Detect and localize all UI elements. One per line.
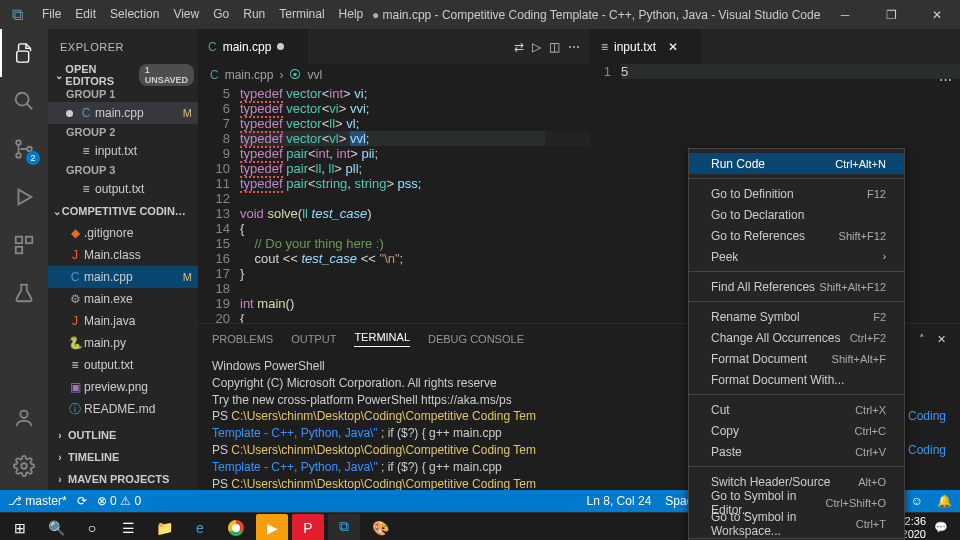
svg-rect-6 — [26, 237, 32, 243]
menu-file[interactable]: File — [35, 0, 68, 29]
maximize-button[interactable]: ❐ — [868, 0, 914, 29]
ctx-peek[interactable]: Peek› — [689, 246, 904, 267]
open-editor-maincpp[interactable]: Cmain.cppM — [48, 102, 198, 124]
ctx-go-definition[interactable]: Go to DefinitionF12 — [689, 183, 904, 204]
open-editor-output[interactable]: ≡output.txt — [48, 178, 198, 200]
search-taskbar-icon[interactable]: 🔍 — [40, 514, 72, 541]
maximize-panel-icon[interactable]: ˄ — [919, 333, 925, 346]
start-button[interactable]: ⊞ — [4, 514, 36, 541]
menu-edit[interactable]: Edit — [68, 0, 103, 29]
svg-rect-7 — [16, 247, 22, 253]
terminal-tab-output[interactable]: OUTPUT — [291, 333, 336, 345]
tab-maincpp[interactable]: Cmain.cpp — [198, 29, 308, 64]
titlebar: ⧉ File Edit Selection View Go Run Termin… — [0, 0, 960, 29]
extensions-icon[interactable] — [0, 221, 48, 269]
group-2: GROUP 2 — [48, 124, 198, 140]
terminal-tab-problems[interactable]: PROBLEMS — [212, 333, 273, 345]
group-3: GROUP 3 — [48, 162, 198, 178]
run-debug-icon[interactable] — [0, 173, 48, 221]
file-mainpy[interactable]: 🐍main.py — [48, 332, 198, 354]
compare-icon[interactable]: ⇄ — [514, 40, 524, 54]
ctx-go-declaration[interactable]: Go to Declaration — [689, 204, 904, 225]
vscode-taskbar-icon[interactable]: ⧉ — [328, 514, 360, 541]
maven-section[interactable]: ›MAVEN PROJECTS — [48, 468, 198, 490]
context-menu: Run CodeCtrl+Alt+N Go to DefinitionF12 G… — [688, 148, 905, 540]
tabbar-left: Cmain.cpp ⇄ ▷ ◫ ⋯ — [198, 29, 590, 64]
menu-view[interactable]: View — [166, 0, 206, 29]
file-mainexe[interactable]: ⚙main.exe — [48, 288, 198, 310]
project-section[interactable]: ⌄COMPETITIVE CODING TEMPLATE - C+... — [48, 200, 198, 222]
ctx-go-references[interactable]: Go to ReferencesShift+F12 — [689, 225, 904, 246]
ctx-run-code[interactable]: Run CodeCtrl+Alt+N — [689, 153, 904, 174]
menu-help[interactable]: Help — [332, 0, 371, 29]
svg-point-8 — [20, 411, 27, 418]
menu-run[interactable]: Run — [236, 0, 272, 29]
explorer-icon[interactable] — [0, 29, 48, 77]
close-panel-icon[interactable]: ✕ — [937, 333, 946, 346]
minimap[interactable] — [545, 86, 590, 323]
ctx-find-references[interactable]: Find All ReferencesShift+Alt+F12 — [689, 276, 904, 297]
ctx-format[interactable]: Format DocumentShift+Alt+F — [689, 348, 904, 369]
open-editors-section[interactable]: ⌄OPEN EDITORS1 UNSAVED — [48, 64, 198, 86]
status-bell-icon[interactable]: 🔔 — [937, 494, 952, 508]
activity-bar: 2 — [0, 29, 48, 490]
accounts-icon[interactable] — [0, 394, 48, 442]
menu-terminal[interactable]: Terminal — [272, 0, 331, 29]
chrome-icon[interactable] — [220, 514, 252, 541]
breadcrumb[interactable]: Cmain.cpp›⦿vvl — [198, 64, 590, 86]
file-outputtxt[interactable]: ≡output.txt — [48, 354, 198, 376]
ctx-change-all[interactable]: Change All OccurrencesCtrl+F2 — [689, 327, 904, 348]
timeline-section[interactable]: ›TIMELINE — [48, 446, 198, 468]
wps-icon[interactable]: P — [292, 514, 324, 541]
terminal-tab-terminal[interactable]: TERMINAL — [354, 331, 410, 347]
close-button[interactable]: ✕ — [914, 0, 960, 29]
menu-selection[interactable]: Selection — [103, 0, 166, 29]
status-feedback-icon[interactable]: ☺ — [911, 494, 923, 508]
explorer-sidebar: EXPLORER ⌄OPEN EDITORS1 UNSAVED GROUP 1 … — [48, 29, 198, 490]
file-mainjava[interactable]: JMain.java — [48, 310, 198, 332]
file-preview[interactable]: ▣preview.png — [48, 376, 198, 398]
code-editor[interactable]: 56789101112131415161718192021222324 type… — [198, 86, 590, 323]
file-maincpp[interactable]: Cmain.cppM — [48, 266, 198, 288]
ctx-format-with[interactable]: Format Document With... — [689, 369, 904, 390]
file-readme[interactable]: ⓘREADME.md — [48, 398, 198, 420]
outline-section[interactable]: ›OUTLINE — [48, 424, 198, 446]
minimize-button[interactable]: ─ — [822, 0, 868, 29]
file-gitignore[interactable]: ◆.gitignore — [48, 222, 198, 244]
svg-point-9 — [21, 463, 27, 469]
test-icon[interactable] — [0, 269, 48, 317]
file-mainclass[interactable]: JMain.class — [48, 244, 198, 266]
search-icon[interactable] — [0, 77, 48, 125]
close-tab-icon[interactable]: ✕ — [668, 40, 678, 54]
status-lncol[interactable]: Ln 8, Col 24 — [587, 494, 652, 508]
source-control-icon[interactable]: 2 — [0, 125, 48, 173]
taskview-icon[interactable]: ☰ — [112, 514, 144, 541]
more-icon[interactable]: ⋯ — [568, 40, 580, 54]
app-icon-1[interactable]: ▶ — [256, 514, 288, 541]
ctx-rename[interactable]: Rename SymbolF2 — [689, 306, 904, 327]
tabbar-right: ≡input.txt✕ — [591, 29, 960, 64]
ctx-copy[interactable]: CopyCtrl+C — [689, 420, 904, 441]
gutter-right: 1 — [591, 64, 621, 323]
tab-input[interactable]: ≡input.txt✕ — [591, 29, 701, 64]
ctx-symbol-workspace[interactable]: Go to Symbol in Workspace...Ctrl+T — [689, 513, 904, 534]
open-editor-input[interactable]: ≡input.txt — [48, 140, 198, 162]
notifications-icon[interactable]: 💬 — [934, 521, 948, 534]
split-icon[interactable]: ◫ — [549, 40, 560, 54]
edge-icon[interactable]: e — [184, 514, 216, 541]
cortana-icon[interactable]: ○ — [76, 514, 108, 541]
menu-go[interactable]: Go — [206, 0, 236, 29]
terminal-tab-debug[interactable]: DEBUG CONSOLE — [428, 333, 524, 345]
ctx-cut[interactable]: CutCtrl+X — [689, 399, 904, 420]
settings-icon[interactable] — [0, 442, 48, 490]
svg-point-3 — [16, 153, 21, 158]
status-errors[interactable]: ⊗ 0 ⚠ 0 — [97, 494, 141, 508]
more-icon-right[interactable]: ⋯ — [939, 72, 952, 87]
run-icon[interactable]: ▷ — [532, 40, 541, 54]
status-branch[interactable]: ⎇ master* — [8, 494, 67, 508]
paint-icon[interactable]: 🎨 — [364, 514, 396, 541]
status-sync[interactable]: ⟳ — [77, 494, 87, 508]
window-title: ● main.cpp - Competitive Coding Template… — [370, 8, 822, 22]
file-explorer-icon[interactable]: 📁 — [148, 514, 180, 541]
ctx-paste[interactable]: PasteCtrl+V — [689, 441, 904, 462]
